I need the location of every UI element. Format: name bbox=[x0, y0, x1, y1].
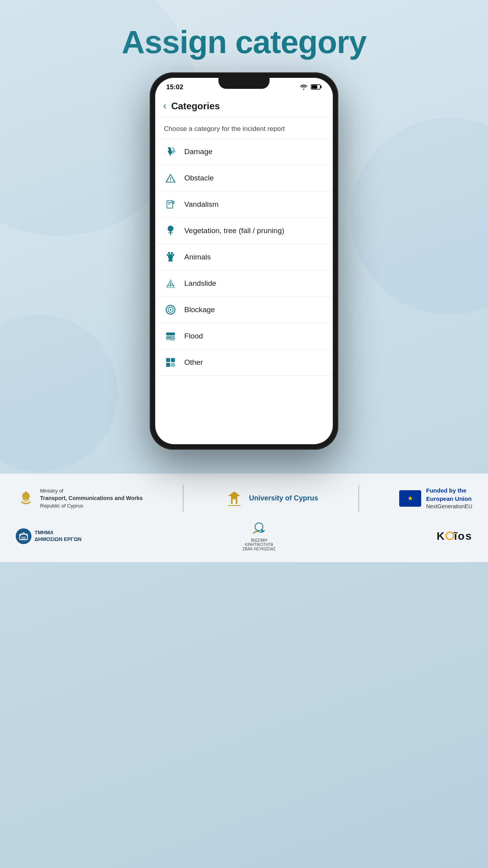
screen-subtitle: Choose a category for the incident repor… bbox=[155, 117, 333, 139]
svg-rect-1 bbox=[321, 86, 322, 88]
logo-eu: ★ Funded by theEuropean Union NextGenera… bbox=[399, 486, 472, 511]
biosimi-text: ΒΙΩΣΙΜΗ ΚΙΝΗΤΙΚΟΤΗΤΑΣΒΑΚ ΛΕΥΚΩΣΙΑΣ bbox=[241, 538, 277, 551]
battery-label bbox=[311, 84, 322, 91]
svg-rect-2 bbox=[312, 85, 317, 88]
category-item-vegetation[interactable]: Vegetation, tree (fall / pruning) bbox=[155, 218, 333, 244]
phone-frame: 15:02 bbox=[150, 72, 338, 450]
category-item-blockage[interactable]: Blockage bbox=[155, 297, 333, 323]
svg-rect-25 bbox=[171, 363, 175, 367]
category-item-vandalism[interactable]: Vandalism bbox=[155, 191, 333, 218]
koios-circle-icon bbox=[446, 531, 454, 540]
category-label-flood: Flood bbox=[184, 332, 203, 340]
landslide-icon bbox=[164, 277, 177, 290]
eu-line3: NextGenerationEU bbox=[426, 503, 472, 509]
ministry-emblem-icon bbox=[16, 488, 36, 509]
svg-rect-10 bbox=[170, 231, 171, 235]
svg-point-12 bbox=[171, 252, 173, 254]
svg-rect-20 bbox=[166, 333, 175, 336]
footer-divider-v2 bbox=[358, 485, 359, 512]
svg-rect-15 bbox=[170, 282, 171, 285]
svg-rect-7 bbox=[168, 204, 171, 204]
eu-text: Funded by theEuropean Union NextGenerati… bbox=[426, 486, 472, 511]
phone-screen: 15:02 bbox=[155, 78, 333, 444]
footer-row-1: Ministry of Transport, Communications an… bbox=[16, 485, 472, 512]
ministry-line3: Republic of Cyprus bbox=[40, 503, 83, 509]
screen-title: Categories bbox=[171, 101, 220, 112]
ministry-line1: Ministry of bbox=[40, 488, 63, 494]
category-label-blockage: Blockage bbox=[184, 305, 215, 314]
logo-university: University of Cyprus bbox=[224, 488, 318, 509]
logo-ministry: Ministry of Transport, Communications an… bbox=[16, 487, 143, 509]
university-text: University of Cyprus bbox=[249, 494, 318, 503]
nav-bar: ‹ Categories bbox=[155, 94, 333, 117]
svg-point-13 bbox=[167, 254, 169, 256]
university-name: University of Cyprus bbox=[249, 494, 318, 502]
svg-rect-24 bbox=[166, 363, 170, 367]
category-item-landslide[interactable]: Landslide bbox=[155, 270, 333, 297]
category-label-vegetation: Vegetation, tree (fall / pruning) bbox=[184, 226, 284, 235]
svg-rect-3 bbox=[170, 177, 171, 180]
other-icon bbox=[164, 356, 177, 369]
vegetation-icon bbox=[164, 224, 177, 237]
svg-point-4 bbox=[170, 180, 171, 181]
public-works-icon bbox=[16, 528, 31, 544]
svg-point-14 bbox=[172, 254, 174, 256]
eu-flag-icon: ★ bbox=[399, 490, 421, 507]
svg-point-16 bbox=[170, 286, 171, 287]
svg-rect-27 bbox=[25, 491, 27, 495]
category-label-obstacle: Obstacle bbox=[184, 174, 214, 182]
biosimi-icon bbox=[248, 521, 270, 537]
category-item-animals[interactable]: Animals bbox=[155, 244, 333, 270]
logo-koios: Kĩos bbox=[437, 530, 472, 542]
ministry-text: Ministry of Transport, Communications an… bbox=[40, 487, 143, 509]
category-label-vandalism: Vandalism bbox=[184, 200, 218, 209]
back-button[interactable]: ‹ bbox=[163, 100, 167, 112]
category-label-animals: Animals bbox=[184, 253, 211, 261]
animals-icon bbox=[164, 250, 177, 264]
phone-notch bbox=[218, 78, 270, 89]
status-icons bbox=[300, 84, 322, 91]
category-item-flood[interactable]: Flood bbox=[155, 323, 333, 349]
footer-row-2: ΤΜΗΜΑΔΗΜΟΣΙΩΝ ΕΡΓΩΝ ΒΙΩΣΙΜΗ ΚΙΝΗΤΙΚΟΤΗΤΑ… bbox=[16, 521, 472, 551]
category-label-other: Other bbox=[184, 358, 203, 367]
footer: Ministry of Transport, Communications an… bbox=[0, 473, 488, 562]
obstacle-icon bbox=[164, 171, 177, 185]
university-icon bbox=[224, 488, 244, 509]
category-item-obstacle[interactable]: Obstacle bbox=[155, 165, 333, 191]
blockage-icon bbox=[164, 303, 177, 316]
category-list: Damage Obstacle bbox=[155, 139, 333, 376]
status-time: 15:02 bbox=[166, 83, 183, 91]
logo-biosimi: ΒΙΩΣΙΜΗ ΚΙΝΗΤΙΚΟΤΗΤΑΣΒΑΚ ΛΕΥΚΩΣΙΑΣ bbox=[241, 521, 277, 551]
category-item-damage[interactable]: Damage bbox=[155, 139, 333, 165]
svg-rect-6 bbox=[168, 202, 171, 203]
svg-point-19 bbox=[170, 309, 172, 311]
footer-divider-v bbox=[183, 485, 183, 512]
wifi-icon bbox=[300, 84, 308, 91]
svg-point-11 bbox=[168, 252, 170, 254]
category-label-damage: Damage bbox=[184, 147, 213, 156]
logo-public-works: ΤΜΗΜΑΔΗΜΟΣΙΩΝ ΕΡΓΩΝ bbox=[16, 528, 81, 544]
svg-rect-31 bbox=[21, 537, 26, 540]
eu-line1: Funded by theEuropean Union bbox=[426, 486, 472, 503]
svg-rect-22 bbox=[166, 358, 170, 362]
category-label-landslide: Landslide bbox=[184, 279, 216, 288]
public-works-text: ΤΜΗΜΑΔΗΜΟΣΙΩΝ ΕΡΓΩΝ bbox=[35, 530, 81, 543]
flood-icon bbox=[164, 329, 177, 343]
svg-rect-21 bbox=[166, 336, 175, 338]
svg-point-33 bbox=[254, 531, 257, 533]
svg-text:★: ★ bbox=[407, 495, 413, 502]
svg-point-34 bbox=[261, 530, 264, 532]
svg-point-32 bbox=[255, 523, 263, 531]
category-item-other[interactable]: Other bbox=[155, 349, 333, 376]
damage-icon bbox=[164, 145, 177, 158]
svg-point-9 bbox=[168, 226, 174, 232]
svg-rect-23 bbox=[171, 358, 175, 362]
vandalism-icon bbox=[164, 198, 177, 211]
ministry-line2: Transport, Communications and Works bbox=[40, 495, 143, 502]
